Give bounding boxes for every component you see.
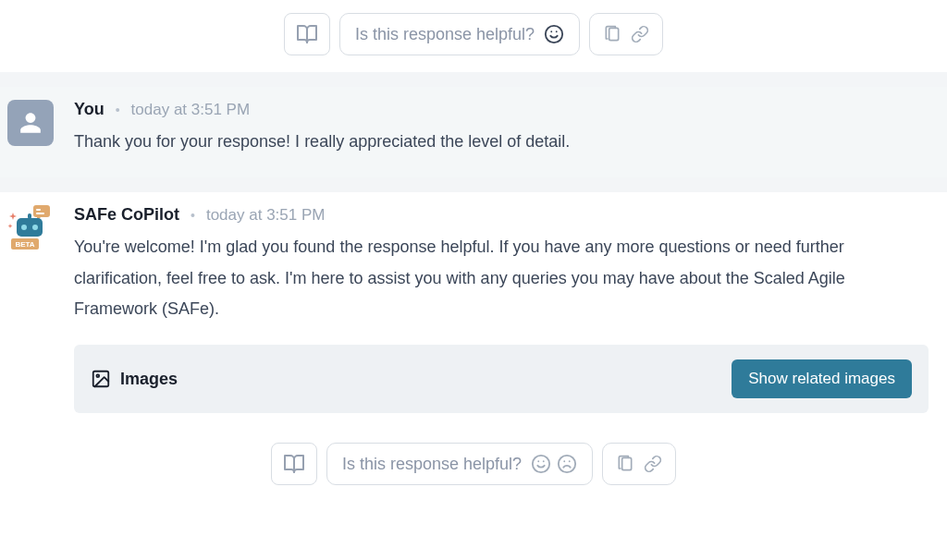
frown-face-icon[interactable] xyxy=(557,454,577,474)
user-avatar xyxy=(7,100,54,146)
svg-rect-23 xyxy=(622,458,632,470)
read-aloud-button[interactable] xyxy=(284,13,330,55)
svg-point-16 xyxy=(96,375,99,378)
beta-badge-text: BETA xyxy=(15,240,34,249)
svg-point-12 xyxy=(21,225,27,230)
bot-text: You're welcome! I'm glad you found the r… xyxy=(74,232,925,324)
bot-timestamp: today at 3:51 PM xyxy=(206,206,326,225)
user-text: Thank you for your response! I really ap… xyxy=(74,127,925,157)
svg-rect-6 xyxy=(33,205,50,217)
user-timestamp: today at 3:51 PM xyxy=(131,101,251,119)
copy-link-group xyxy=(602,443,676,485)
images-panel: Images Show related images xyxy=(74,345,929,413)
svg-rect-10 xyxy=(17,218,43,237)
link-icon[interactable] xyxy=(644,455,662,473)
feedback-pill[interactable]: Is this response helpful? xyxy=(339,13,580,55)
spacer xyxy=(0,177,947,192)
book-icon xyxy=(296,23,318,45)
svg-rect-7 xyxy=(36,209,41,211)
bot-name: SAFe CoPilot xyxy=(74,205,179,225)
smile-face-icon[interactable] xyxy=(544,24,564,44)
feedback-pill[interactable]: Is this response helpful? xyxy=(326,443,593,485)
bot-message: BETA SAFe CoPilot • today at 3:51 PM You… xyxy=(0,192,947,433)
separator-dot: • xyxy=(116,103,120,117)
svg-marker-4 xyxy=(9,213,17,220)
feedback-prompt: Is this response helpful? xyxy=(342,455,522,474)
separator-dot: • xyxy=(191,208,195,223)
spacer xyxy=(0,72,947,87)
feedback-prompt: Is this response helpful? xyxy=(355,25,535,44)
user-message: You • today at 3:51 PM Thank you for you… xyxy=(0,87,947,177)
svg-marker-5 xyxy=(8,224,13,228)
svg-point-0 xyxy=(546,26,562,43)
svg-rect-3 xyxy=(609,28,619,40)
message-toolbar-top: Is this response helpful? xyxy=(0,0,947,72)
link-icon[interactable] xyxy=(631,25,649,43)
svg-rect-8 xyxy=(36,213,44,214)
smile-face-icon[interactable] xyxy=(531,454,551,474)
bot-avatar: BETA xyxy=(7,205,54,251)
clipboard-icon[interactable] xyxy=(603,25,621,43)
svg-rect-11 xyxy=(28,213,31,219)
images-label: Images xyxy=(120,370,178,389)
image-icon xyxy=(91,369,111,389)
show-related-images-button[interactable]: Show related images xyxy=(732,359,912,398)
book-icon xyxy=(283,453,305,475)
message-toolbar-bottom: Is this response helpful? xyxy=(0,433,947,502)
clipboard-icon[interactable] xyxy=(616,455,634,473)
read-aloud-button[interactable] xyxy=(271,443,317,485)
copy-link-group xyxy=(589,13,663,55)
svg-point-13 xyxy=(32,225,38,230)
user-name: You xyxy=(74,100,105,119)
svg-point-17 xyxy=(533,456,549,472)
svg-point-20 xyxy=(559,456,575,472)
